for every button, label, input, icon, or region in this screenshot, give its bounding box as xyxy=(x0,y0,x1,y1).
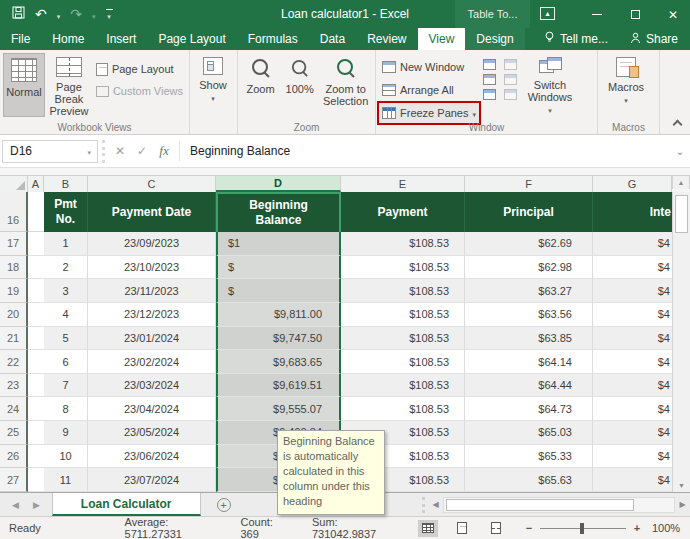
show-button[interactable]: Show xyxy=(193,53,233,117)
row-number[interactable]: 25 xyxy=(0,421,28,445)
cell-principal[interactable]: $64.44 xyxy=(465,374,593,398)
cell-a[interactable] xyxy=(28,374,44,398)
cell-payment-date[interactable]: 23/11/2023 xyxy=(88,279,216,303)
cell-payment-date[interactable]: 23/03/2024 xyxy=(88,374,216,398)
ribbon-display-options-icon[interactable] xyxy=(540,7,555,20)
arrange-all-button[interactable]: Arrange All xyxy=(379,80,479,100)
cell-pmt-no[interactable]: 10 xyxy=(44,445,88,469)
vertical-scrollbar[interactable] xyxy=(672,192,690,492)
cell-payment[interactable]: $108.53 xyxy=(341,374,465,398)
scroll-up-icon[interactable] xyxy=(672,175,690,189)
vertical-scroll-track[interactable] xyxy=(673,192,690,478)
cell-pmt-no[interactable]: 4 xyxy=(44,303,88,327)
cell-principal[interactable]: $63.56 xyxy=(465,303,593,327)
column-header-c[interactable]: C xyxy=(88,175,216,192)
cell-beginning-balance[interactable]: $9,555.07 xyxy=(216,397,341,421)
row-number[interactable]: 19 xyxy=(0,279,28,303)
cell-payment-date[interactable]: 23/06/2024 xyxy=(88,445,216,469)
cell-interest[interactable]: $4 xyxy=(593,397,672,421)
column-header-d-selected[interactable]: D xyxy=(216,175,341,192)
cell-a[interactable] xyxy=(28,256,44,280)
cell-principal[interactable]: $65.33 xyxy=(465,445,593,469)
cell-payment[interactable]: $108.53 xyxy=(341,232,465,256)
cell-a[interactable] xyxy=(28,397,44,421)
undo-icon[interactable] xyxy=(35,7,47,21)
header-cell-principal[interactable]: Principal xyxy=(465,192,593,232)
tab-view[interactable]: View xyxy=(418,28,466,50)
tab-design[interactable]: Design xyxy=(465,28,524,50)
cell-principal[interactable]: $65.03 xyxy=(465,421,593,445)
column-header-b[interactable]: B xyxy=(44,175,88,192)
cell-pmt-no[interactable]: 5 xyxy=(44,327,88,351)
cell-a[interactable] xyxy=(28,279,44,303)
share-button[interactable]: Share xyxy=(618,28,690,50)
cell-payment[interactable]: $108.53 xyxy=(341,327,465,351)
cell-pmt-no[interactable]: 9 xyxy=(44,421,88,445)
row-number[interactable]: 21 xyxy=(0,327,28,351)
cell-pmt-no[interactable]: 7 xyxy=(44,374,88,398)
switch-windows-button[interactable]: Switch Windows xyxy=(521,53,579,117)
header-cell-beginning-balance[interactable]: Beginning Balance xyxy=(216,192,341,232)
tab-review[interactable]: Review xyxy=(356,28,417,50)
cell-payment-date[interactable]: 23/09/2023 xyxy=(88,232,216,256)
hide-window-icon[interactable] xyxy=(483,74,496,85)
cell-a[interactable] xyxy=(28,350,44,374)
macros-button[interactable]: Macros xyxy=(601,53,651,117)
cell-payment[interactable]: $108.53 xyxy=(341,256,465,280)
horizontal-scroll-track[interactable] xyxy=(443,497,675,513)
row-number-16[interactable]: 16 xyxy=(0,192,28,232)
cell-interest[interactable]: $4 xyxy=(593,468,672,492)
save-icon[interactable] xyxy=(12,5,25,23)
cell-interest[interactable]: $4 xyxy=(593,374,672,398)
header-cell-payment[interactable]: Payment xyxy=(341,192,465,232)
scroll-left-icon[interactable] xyxy=(428,500,443,509)
horizontal-scroll-thumb[interactable] xyxy=(446,499,634,511)
cell-beginning-balance[interactable]: $9,619.51 xyxy=(216,374,341,398)
status-page-break-button[interactable] xyxy=(486,520,506,537)
cell-payment-date[interactable]: 23/02/2024 xyxy=(88,350,216,374)
minimize-button[interactable] xyxy=(580,0,614,28)
undo-dropdown-icon[interactable] xyxy=(57,5,61,23)
header-cell-payment-date[interactable]: Payment Date xyxy=(88,192,216,232)
insert-function-icon[interactable] xyxy=(153,143,175,159)
row-number[interactable]: 22 xyxy=(0,350,28,374)
tab-data[interactable]: Data xyxy=(309,28,356,50)
cell-payment[interactable]: $108.53 xyxy=(341,350,465,374)
zoom-100-button[interactable]: 100% xyxy=(280,53,319,117)
cell-pmt-no[interactable]: 2 xyxy=(44,256,88,280)
cell-pmt-no[interactable]: 8 xyxy=(44,397,88,421)
tell-me-box[interactable]: Tell me... xyxy=(534,28,618,50)
zoom-slider[interactable] xyxy=(522,522,644,534)
cell-principal[interactable]: $63.27 xyxy=(465,279,593,303)
cell-beginning-balance[interactable]: $1 xyxy=(216,232,341,256)
expand-formula-bar-icon[interactable] xyxy=(670,146,690,157)
cell-beginning-balance[interactable]: $9,811.00 xyxy=(216,303,341,327)
cell-a[interactable] xyxy=(28,468,44,492)
sheet-tab-loan-calculator[interactable]: Loan Calculator xyxy=(52,493,201,516)
cell-payment-date[interactable]: 23/05/2024 xyxy=(88,421,216,445)
row-number[interactable]: 23 xyxy=(0,374,28,398)
row-number[interactable]: 27 xyxy=(0,468,28,492)
cell-interest[interactable]: $4 xyxy=(593,303,672,327)
zoom-to-selection-button[interactable]: Zoom to Selection xyxy=(319,53,372,117)
cell-a[interactable] xyxy=(28,303,44,327)
cell-payment-date[interactable]: 23/04/2024 xyxy=(88,397,216,421)
cell-principal[interactable]: $65.63 xyxy=(465,468,593,492)
zoom-slider-track[interactable] xyxy=(540,528,626,529)
close-button[interactable] xyxy=(656,0,690,28)
cell-beginning-balance[interactable]: $ xyxy=(216,256,341,280)
cell-interest[interactable]: $4 xyxy=(593,421,672,445)
select-all-corner[interactable] xyxy=(0,175,28,192)
sheet-nav-right-icon[interactable] xyxy=(33,500,40,510)
cell-payment-date[interactable]: 23/01/2024 xyxy=(88,327,216,351)
cell-interest[interactable]: $4 xyxy=(593,350,672,374)
cell-beginning-balance[interactable]: $9,683.65 xyxy=(216,350,341,374)
cell-payment-date[interactable]: 23/12/2023 xyxy=(88,303,216,327)
tab-page-layout[interactable]: Page Layout xyxy=(147,28,236,50)
formula-input[interactable]: Beginning Balance xyxy=(184,144,670,158)
cancel-entry-icon[interactable] xyxy=(109,144,131,158)
tab-home[interactable]: Home xyxy=(41,28,95,50)
cell-beginning-balance[interactable]: $ xyxy=(216,279,341,303)
tab-formulas[interactable]: Formulas xyxy=(237,28,309,50)
zoom-in-icon[interactable] xyxy=(630,522,644,534)
